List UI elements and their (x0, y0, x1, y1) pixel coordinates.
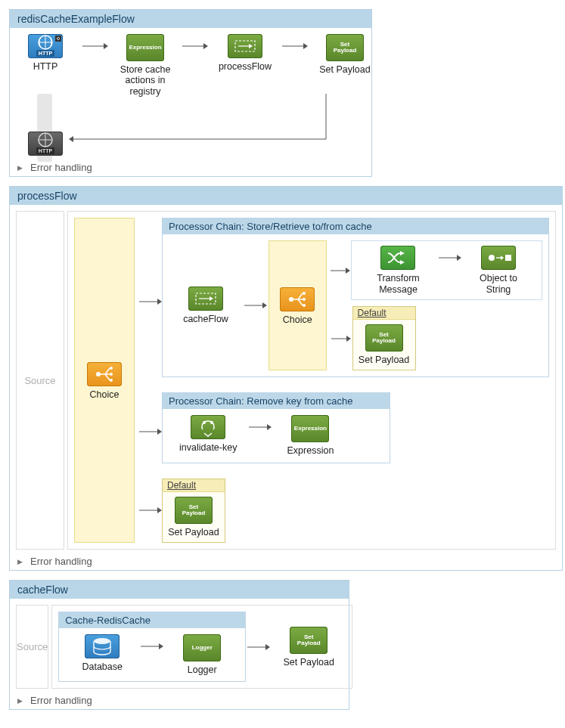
set-payload-node[interactable]: Set Payload Set Payload (318, 34, 371, 75)
set-payload-label: Set Payload (319, 64, 370, 75)
return-arrow (69, 94, 334, 147)
choice-icon (280, 287, 315, 311)
logger-icon: Logger (183, 634, 221, 661)
error-handling-toggle[interactable]: Error handling (10, 692, 349, 709)
http-label: HTTP (33, 61, 58, 72)
flow-ref-icon (188, 287, 223, 311)
svg-point-19 (203, 421, 206, 424)
transform-icon (380, 246, 415, 270)
svg-point-9 (110, 367, 113, 370)
object-to-string-icon (481, 246, 516, 270)
svg-point-21 (94, 638, 110, 644)
set-payload-node[interactable]: Set Payload Set Payload (167, 497, 220, 537)
svg-rect-18 (505, 255, 511, 261)
flow-ref-icon (228, 34, 262, 58)
default-label: Default (163, 479, 225, 492)
flow-title: processFlow (10, 187, 562, 205)
arrow-icon (139, 634, 165, 658)
cache-scope: Cache-RedisCache Database Logger Logger (58, 612, 246, 682)
transform-label: Transform Message (368, 273, 428, 295)
flow-ref-node[interactable]: cacheFlow (179, 287, 232, 324)
choice-node[interactable]: Choice (271, 287, 324, 325)
arrow-icon (282, 34, 308, 58)
expression-label: Expression (287, 445, 334, 456)
set-payload-icon: Set Payload (290, 627, 328, 654)
set-payload-label: Set Payload (359, 355, 409, 365)
flow-title: cacheFlow (10, 581, 349, 599)
flow-ref-label: cacheFlow (183, 314, 228, 324)
choice-node[interactable]: Choice (78, 362, 131, 400)
processor-chain-remove: Processor Chain: Remove key from cache i… (162, 392, 390, 463)
invalidate-key-node[interactable]: invalidate-key (179, 415, 237, 453)
proc-chain-title: Processor Chain: Store/Retrieve to/from … (163, 218, 548, 234)
arrow-icon (439, 246, 461, 270)
expression-node[interactable]: Expression Store cache actions in regist… (119, 34, 172, 97)
arrow-icon (139, 506, 162, 515)
http-listener-node[interactable]: HTTP HTTP (19, 34, 72, 72)
arrow-icon (139, 297, 162, 306)
expression-node[interactable]: Expression Expression (284, 415, 337, 456)
database-icon (85, 634, 120, 658)
http-response-node[interactable]: HTTP (19, 132, 72, 156)
expression-icon: Expression (291, 415, 329, 442)
set-payload-label: Set Payload (283, 657, 334, 668)
choice-label: Choice (283, 314, 312, 325)
choice-container: Choice (269, 240, 327, 370)
expression-label: Store cache actions in registry (119, 64, 172, 97)
svg-point-17 (489, 255, 495, 261)
choice-icon (87, 362, 122, 386)
object-to-string-node[interactable]: Object to String (472, 246, 525, 295)
flow-title: redisCacheExampleFlow (10, 10, 371, 28)
error-handling-toggle[interactable]: Error handling (10, 159, 371, 176)
logger-label: Logger (188, 664, 217, 675)
svg-text:HTTP: HTTP (39, 51, 53, 56)
http-icon: HTTP (28, 132, 63, 156)
cache-scope-title: Cache-RedisCache (59, 612, 245, 628)
arrow-icon (247, 415, 273, 439)
database-node[interactable]: Database (76, 634, 129, 672)
arrow-icon (82, 34, 108, 58)
svg-point-8 (96, 372, 101, 376)
set-payload-node[interactable]: Set Payload Set Payload (282, 627, 335, 668)
choice-label: Choice (90, 389, 120, 400)
default-branch: Default Set Payload Set Payload (352, 306, 416, 370)
arrow-icon (243, 293, 269, 318)
arrow-icon (246, 635, 272, 659)
source-slot: Source (16, 605, 48, 689)
flow-process: processFlow Source Choice (9, 186, 563, 571)
set-payload-label: Set Payload (168, 527, 219, 537)
svg-rect-3 (55, 36, 61, 42)
processor-chain-store: Processor Chain: Store/Retrieve to/from … (162, 218, 549, 377)
svg-point-13 (289, 297, 293, 302)
svg-point-11 (110, 379, 113, 382)
invalidate-label: invalidate-key (179, 442, 237, 453)
svg-text:HTTP: HTTP (39, 148, 53, 153)
flow-ref-node[interactable]: processFlow (219, 34, 272, 72)
database-label: Database (82, 661, 123, 672)
svg-point-14 (303, 292, 306, 295)
arrow-icon (139, 427, 162, 436)
set-payload-icon: Set Payload (365, 324, 403, 352)
source-slot: Source (16, 211, 64, 550)
expression-icon: Expression (126, 34, 164, 61)
default-label: Default (353, 307, 415, 320)
set-payload-node[interactable]: Set Payload Set Payload (358, 324, 411, 365)
invalidate-icon (191, 415, 225, 439)
svg-point-20 (210, 421, 213, 424)
error-handling-toggle[interactable]: Error handling (10, 553, 562, 570)
flow-ref-label: processFlow (219, 61, 272, 72)
default-branch: Default Set Payload Set Payload (162, 479, 225, 543)
set-payload-icon: Set Payload (175, 497, 213, 524)
svg-point-10 (110, 373, 113, 376)
flow-cache: cacheFlow Source Cache-RedisCache Databa… (9, 580, 349, 710)
http-icon: HTTP (28, 34, 63, 58)
object-to-string-label: Object to String (472, 273, 525, 295)
arrow-icon (330, 334, 352, 343)
arrow-icon (330, 266, 351, 275)
transform-node[interactable]: Transform Message (368, 246, 428, 295)
svg-point-16 (303, 304, 306, 307)
set-payload-icon: Set Payload (326, 34, 364, 61)
choice-container: Choice (74, 218, 135, 543)
flow-redis-cache-example: redisCacheExampleFlow HTTP HTTP Expressi… (9, 9, 372, 177)
logger-node[interactable]: Logger Logger (175, 634, 228, 675)
